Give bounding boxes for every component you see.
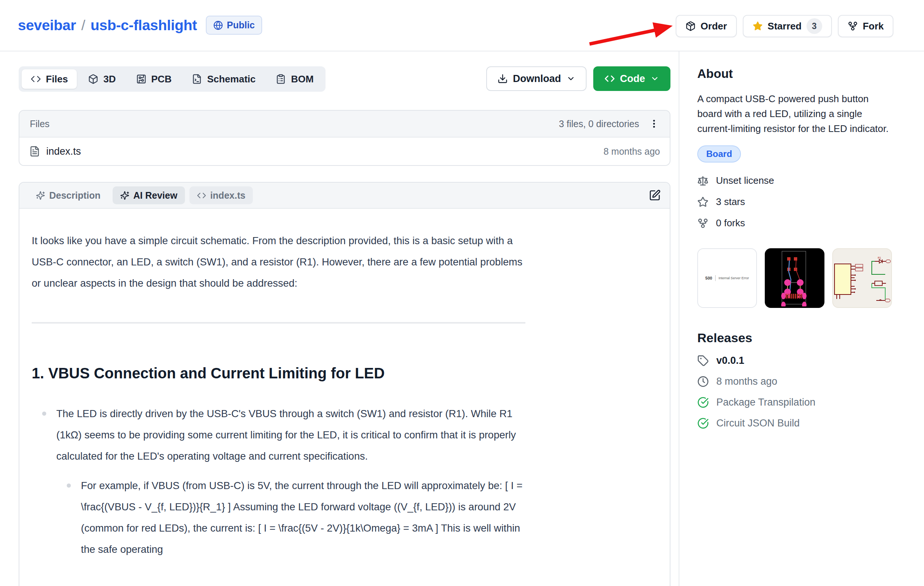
star-count-badge: 3 bbox=[807, 18, 822, 34]
svg-text:R1: R1 bbox=[878, 257, 881, 259]
files-menu-button[interactable] bbox=[649, 119, 659, 129]
scale-icon bbox=[697, 175, 708, 186]
board-tag[interactable]: Board bbox=[697, 145, 741, 163]
visibility-label: Public bbox=[227, 20, 255, 31]
circuit-board-icon bbox=[136, 74, 147, 84]
tab-label: Schematic bbox=[207, 73, 256, 85]
clipboard-list-icon bbox=[276, 74, 286, 84]
owner-link[interactable]: seveibar bbox=[18, 17, 76, 33]
tab-pcb[interactable]: PCB bbox=[127, 69, 181, 89]
file-updated: 8 months ago bbox=[604, 146, 660, 157]
release-date: 8 months ago bbox=[716, 376, 777, 387]
header-actions: Order Starred 3 Fork bbox=[676, 15, 893, 37]
pcb-preview-thumbnail[interactable] bbox=[765, 248, 825, 308]
file-terminal-icon bbox=[191, 74, 202, 84]
tab-bom[interactable]: BOM bbox=[267, 69, 323, 89]
view-tabs: Files 3D PCB Schematic BOM bbox=[19, 66, 325, 92]
license-row: Unset license bbox=[697, 175, 895, 186]
releases-title: Releases bbox=[697, 331, 895, 345]
release-version-row[interactable]: v0.0.1 bbox=[697, 355, 895, 366]
chevron-down-icon bbox=[650, 74, 659, 83]
review-paragraph: It looks like you have a simple circuit … bbox=[32, 230, 525, 294]
fork-icon bbox=[848, 21, 858, 31]
forks-label: 0 forks bbox=[716, 217, 745, 229]
star-outline-icon bbox=[697, 196, 708, 207]
sidebar: About A compact USB-C powered push butto… bbox=[697, 67, 895, 429]
about-description: A compact USB-C powered push button boar… bbox=[697, 91, 895, 136]
release-check-label: Circuit JSON Build bbox=[716, 418, 800, 429]
file-name: index.ts bbox=[46, 146, 81, 157]
stars-row[interactable]: 3 stars bbox=[697, 196, 895, 207]
fork-label: Fork bbox=[863, 20, 884, 32]
tab-label: PCB bbox=[152, 73, 172, 85]
file-icon bbox=[29, 146, 40, 157]
list-item-text: The LED is directly driven by the USB-C'… bbox=[56, 408, 516, 462]
tab-label: BOM bbox=[291, 73, 314, 85]
main-sidebar-divider bbox=[679, 51, 680, 586]
fork-button[interactable]: Fork bbox=[838, 15, 893, 37]
download-label: Download bbox=[513, 73, 561, 85]
clock-icon bbox=[697, 376, 709, 387]
files-summary: 3 files, 0 directories bbox=[559, 119, 639, 129]
order-label: Order bbox=[701, 20, 727, 32]
code-label: Code bbox=[620, 73, 645, 85]
star-icon bbox=[752, 21, 763, 31]
download-button[interactable]: Download bbox=[486, 66, 587, 91]
code-button[interactable]: Code bbox=[593, 66, 671, 91]
schematic-preview-thumbnail[interactable]: R1 bbox=[832, 248, 892, 308]
release-version: v0.0.1 bbox=[716, 355, 744, 366]
tab-3d[interactable]: 3D bbox=[79, 69, 125, 89]
repo-meta: Unset license 3 stars 0 forks bbox=[697, 175, 895, 229]
toolbar-actions: Download Code bbox=[486, 66, 671, 91]
tab-label: 3D bbox=[103, 73, 116, 85]
stars-label: 3 stars bbox=[716, 196, 745, 207]
error-divider bbox=[715, 275, 716, 281]
breadcrumb: seveibar / usb-c-flashlight Public bbox=[18, 16, 262, 35]
license-label: Unset license bbox=[716, 175, 774, 186]
edit-button[interactable] bbox=[649, 189, 661, 201]
sparkles-icon bbox=[120, 191, 129, 200]
3d-preview-thumbnail[interactable]: 500 Internal Server Error bbox=[697, 248, 757, 308]
content-panel: Description AI Review index.ts It looks … bbox=[19, 182, 670, 586]
files-panel-title: Files bbox=[30, 119, 50, 129]
error-message: Internal Server Error bbox=[719, 276, 749, 280]
tab-schematic[interactable]: Schematic bbox=[183, 69, 264, 89]
page-header: seveibar / usb-c-flashlight Public Order… bbox=[0, 0, 924, 51]
list-item-text: For example, if VBUS (from USB-C) is 5V,… bbox=[81, 480, 522, 555]
chevron-down-icon bbox=[566, 74, 575, 83]
check-circle-icon bbox=[697, 397, 709, 408]
fork-icon bbox=[697, 218, 708, 229]
tab-label: AI Review bbox=[134, 190, 178, 201]
edit-icon bbox=[649, 189, 661, 201]
preview-thumbnails: 500 Internal Server Error bbox=[697, 248, 895, 308]
release-check-label: Package Transpilation bbox=[716, 397, 815, 408]
starred-label: Starred bbox=[768, 20, 802, 32]
repo-link[interactable]: usb-c-flashlight bbox=[91, 17, 197, 33]
list-item: The LED is directly driven by the USB-C'… bbox=[56, 403, 525, 560]
sparkles-icon bbox=[36, 191, 45, 200]
forks-row[interactable]: 0 forks bbox=[697, 217, 895, 229]
tag-icon bbox=[697, 355, 709, 366]
tab-description[interactable]: Description bbox=[28, 186, 108, 204]
content-divider bbox=[32, 322, 525, 324]
release-date-row: 8 months ago bbox=[697, 376, 895, 387]
breadcrumb-separator: / bbox=[81, 17, 86, 33]
file-row[interactable]: index.ts 8 months ago bbox=[20, 138, 670, 165]
content-tabs: Description AI Review index.ts bbox=[20, 183, 670, 209]
tab-files[interactable]: Files bbox=[21, 69, 77, 89]
package-icon bbox=[685, 21, 696, 31]
order-button[interactable]: Order bbox=[676, 15, 737, 37]
code-icon bbox=[31, 74, 41, 84]
section-heading: 1. VBUS Connection and Current Limiting … bbox=[32, 364, 525, 382]
cube-icon bbox=[88, 74, 99, 84]
release-check-row: Package Transpilation bbox=[697, 397, 895, 408]
releases-section: Releases v0.0.1 8 months ago Package Tra… bbox=[697, 331, 895, 429]
review-list: The LED is directly driven by the USB-C'… bbox=[32, 403, 525, 560]
tab-index-ts[interactable]: index.ts bbox=[190, 186, 253, 204]
ai-review-content: It looks like you have a simple circuit … bbox=[20, 209, 538, 560]
pcb-preview-image bbox=[765, 248, 823, 306]
release-check-row: Circuit JSON Build bbox=[697, 418, 895, 429]
tab-ai-review[interactable]: AI Review bbox=[112, 186, 185, 204]
error-code: 500 bbox=[706, 276, 712, 280]
starred-button[interactable]: Starred 3 bbox=[743, 15, 832, 37]
